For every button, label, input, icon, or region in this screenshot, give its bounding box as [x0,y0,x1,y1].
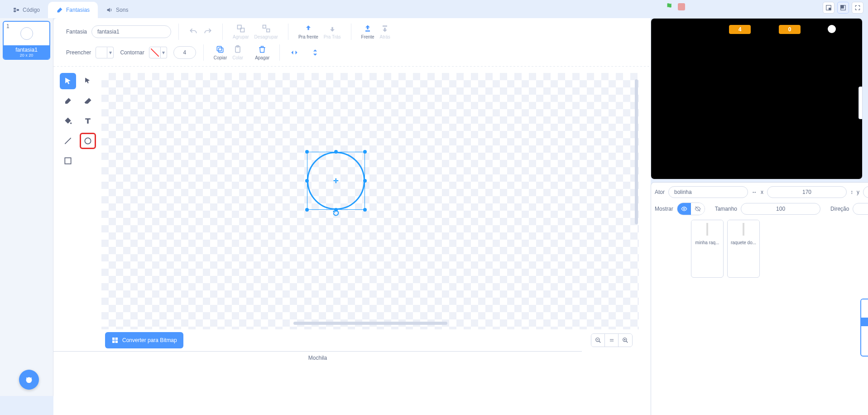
fill-swatch [96,47,107,58]
x-label: x [761,189,763,195]
flip-horizontal-button[interactable] [287,47,302,58]
back-button[interactable]: Atrás [377,23,393,40]
resize-handle[interactable] [363,208,367,212]
copy-button[interactable]: Copiar [211,44,230,61]
convert-bitmap-button[interactable]: Converter para Bitmap [105,332,183,348]
line-tool[interactable] [60,133,76,149]
brush-tool[interactable] [60,93,76,109]
direction-label: Direção [830,206,849,212]
eye-icon [681,206,687,212]
svg-rect-1 [14,10,16,12]
reshape-tool[interactable] [80,73,96,89]
crosshair-icon: ✛ [333,177,339,184]
flip-v-icon [311,48,320,57]
front-button[interactable]: Frente [359,23,377,40]
green-flag-button[interactable] [665,2,675,12]
fullscreen-button[interactable] [852,2,863,14]
zoom-reset-button[interactable] [605,334,619,347]
costume-list: 1 fantasia1 20 x 20 [0,18,53,396]
outline-width-input[interactable] [173,46,196,59]
outline-color-picker[interactable]: ▾ [149,47,167,58]
flip-vertical-button[interactable] [308,47,322,58]
svg-rect-6 [263,25,266,29]
paste-button[interactable]: Colar [230,44,246,61]
svg-rect-20 [115,341,118,343]
svg-rect-26 [841,5,844,8]
size-input[interactable] [741,203,820,215]
horizontal-scrollbar[interactable] [293,322,447,325]
svg-rect-0 [14,8,16,10]
line-icon [63,136,72,145]
redo-button[interactable] [201,26,215,37]
resize-handle[interactable] [305,179,309,183]
ungroup-button[interactable]: Desagrupar [252,23,281,40]
zoom-out-icon [595,337,601,343]
undo-button[interactable] [186,26,201,37]
x-input[interactable] [767,186,847,198]
down-icon [328,24,337,33]
sprite-item[interactable]: minha raq... [691,220,724,278]
svg-rect-10 [219,48,223,53]
paint-canvas[interactable]: ✛ [101,73,639,329]
stage-preview[interactable]: 4 0 [651,18,863,179]
sprite-name-input[interactable] [668,186,748,198]
costume-name-label: Fantasia [66,29,87,35]
select-tool[interactable] [60,73,76,89]
fill-tool[interactable] [60,113,76,129]
brush-icon [63,97,72,106]
resize-handle[interactable] [334,150,338,154]
visibility-toggle [677,203,705,215]
svg-rect-17 [112,338,115,340]
zoom-in-button[interactable] [619,334,632,347]
zoom-out-button[interactable] [591,334,605,347]
text-icon [83,116,92,125]
selection-box[interactable]: ✛ [307,152,365,210]
zoom-controls [591,333,633,347]
group-button[interactable]: Agrupar [230,23,252,40]
sprite-item[interactable]: raquete do... [727,220,760,278]
costume-index: 1 [6,23,10,29]
paint-editor: Fantasia Agrupar Desagrupar Pra frente P… [53,18,651,415]
tab-costumes[interactable]: Fantasias [48,2,98,18]
hide-button[interactable] [691,203,705,215]
resize-handle[interactable] [305,150,309,154]
paddle-icon [743,223,744,236]
sprite-item[interactable]: bolinha [860,299,868,357]
resize-handle[interactable] [305,208,309,212]
backpack-bar[interactable]: Mochila [53,351,582,364]
svg-rect-9 [383,25,387,27]
small-stage-button[interactable] [823,2,834,14]
vertical-scrollbar[interactable] [635,79,638,224]
fill-color-picker[interactable]: ▾ [96,47,114,58]
size-label: Tamanho [715,206,737,212]
large-stage-button[interactable] [837,2,849,14]
add-costume-button[interactable] [19,370,39,390]
trash-icon [258,45,267,54]
front-icon [363,24,372,33]
rectangle-tool[interactable] [60,153,76,169]
tab-code[interactable]: Código [5,2,48,18]
tab-sounds[interactable]: Sons [98,2,136,18]
show-button[interactable] [677,203,691,215]
delete-button[interactable]: Apagar [252,44,272,61]
resize-handle[interactable] [363,150,367,154]
resize-handle[interactable] [363,179,367,183]
costume-name-input[interactable] [91,25,171,38]
text-tool[interactable] [80,113,96,129]
stop-button[interactable] [678,3,685,10]
direction-input[interactable] [853,203,868,215]
rotate-handle[interactable] [332,209,340,218]
group-icon [236,24,245,33]
checkerboard-bg [101,73,639,329]
ball-sprite [828,25,836,33]
eraser-tool[interactable] [80,93,96,109]
forward-button[interactable]: Pra frente [296,23,321,40]
costume-thumb[interactable]: 1 fantasia1 20 x 20 [3,21,50,60]
backward-button[interactable]: Pra Trás [321,23,344,40]
y-input[interactable] [863,186,868,198]
actor-label: Ator [655,189,665,195]
costume-size: 20 x 20 [4,53,49,58]
sprite-info-panel: Ator ↔ x ↕ y Mostrar Tamanho [651,182,868,415]
undo-icon [189,27,198,36]
circle-tool[interactable] [80,133,96,149]
